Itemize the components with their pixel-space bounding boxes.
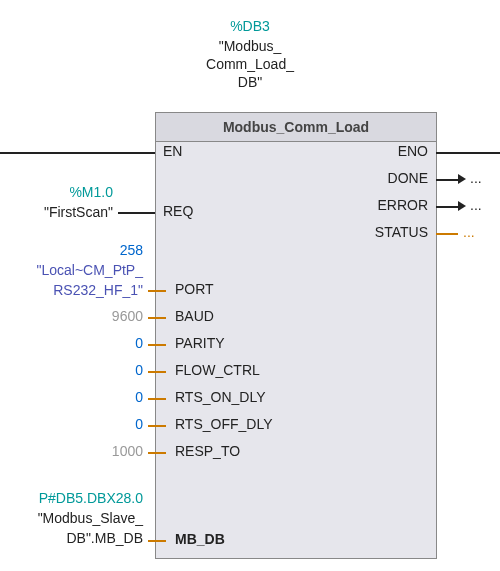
- plc-block-diagram: %DB3 "Modbus_ Comm_Load_ DB" Modbus_Comm…: [0, 0, 500, 571]
- wire-status: [436, 233, 458, 235]
- parity-value: 0: [0, 335, 143, 351]
- wire-mbdb: [148, 540, 166, 542]
- pin-flowctrl: FLOW_CTRL: [175, 362, 260, 378]
- stub-done: ...: [470, 170, 482, 186]
- instance-db-name-3: DB": [0, 74, 500, 90]
- respto-value: 1000: [0, 443, 143, 459]
- rail-en: [0, 152, 155, 154]
- mbdb-symbol-2: DB".MB_DB: [0, 530, 143, 546]
- pin-respto: RESP_TO: [175, 443, 240, 459]
- wire-rtson: [148, 398, 166, 400]
- pin-port: PORT: [175, 281, 214, 297]
- pin-baud: BAUD: [175, 308, 214, 324]
- fb-title: Modbus_Comm_Load: [156, 113, 436, 142]
- wire-baud: [148, 317, 166, 319]
- pin-parity: PARITY: [175, 335, 225, 351]
- arrow-done-icon: [458, 174, 466, 184]
- mbdb-address: P#DB5.DBX28.0: [0, 490, 143, 506]
- baud-value: 9600: [0, 308, 143, 324]
- wire-error: [436, 206, 458, 208]
- pin-req: REQ: [163, 203, 193, 219]
- pin-mbdb: MB_DB: [175, 531, 225, 547]
- arrow-error-icon: [458, 201, 466, 211]
- stub-error: ...: [470, 197, 482, 213]
- instance-db-name-1: "Modbus_: [0, 38, 500, 54]
- port-symbol-1: "Local~CM_PtP_: [0, 262, 143, 278]
- rtson-value: 0: [0, 389, 143, 405]
- wire-done: [436, 179, 458, 181]
- wire-req: [118, 212, 155, 214]
- mbdb-symbol-1: "Modbus_Slave_: [0, 510, 143, 526]
- pin-error: ERROR: [330, 197, 428, 213]
- wire-port: [148, 290, 166, 292]
- pin-rtson: RTS_ON_DLY: [175, 389, 266, 405]
- port-symbol-2: RS232_HF_1": [0, 282, 143, 298]
- pin-eno: ENO: [330, 143, 428, 159]
- wire-parity: [148, 344, 166, 346]
- pin-done: DONE: [330, 170, 428, 186]
- flowctrl-value: 0: [0, 362, 143, 378]
- wire-respto: [148, 452, 166, 454]
- instance-db-id: %DB3: [0, 18, 500, 34]
- pin-rtsoff: RTS_OFF_DLY: [175, 416, 273, 432]
- rtsoff-value: 0: [0, 416, 143, 432]
- pin-status: STATUS: [330, 224, 428, 240]
- req-address: %M1.0: [0, 184, 113, 200]
- rail-eno: [436, 152, 500, 154]
- port-value: 258: [0, 242, 143, 258]
- wire-flowctrl: [148, 371, 166, 373]
- stub-status: ...: [463, 224, 475, 240]
- req-symbol: "FirstScan": [0, 204, 113, 220]
- pin-en: EN: [163, 143, 182, 159]
- instance-db-name-2: Comm_Load_: [0, 56, 500, 72]
- wire-rtsoff: [148, 425, 166, 427]
